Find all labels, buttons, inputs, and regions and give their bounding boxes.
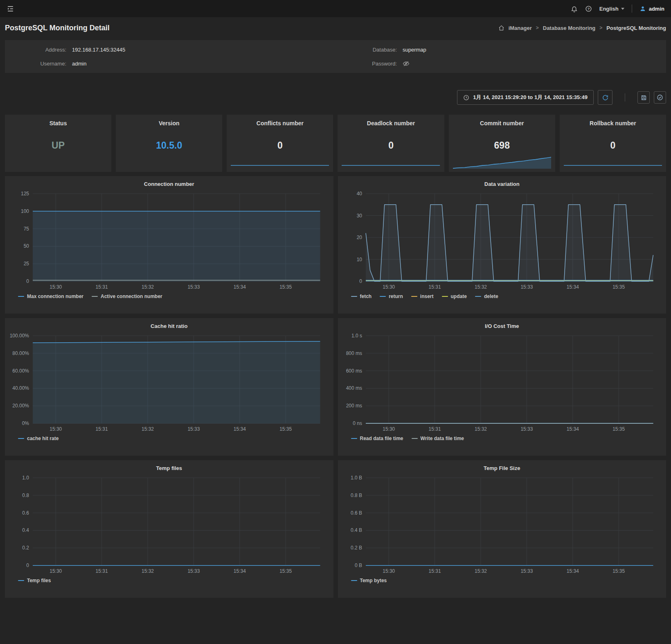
save-disk-icon xyxy=(641,95,647,101)
stat-sparkline xyxy=(564,156,662,169)
svg-text:100: 100 xyxy=(21,208,29,214)
svg-text:15:30: 15:30 xyxy=(50,284,62,290)
chart-title: Connection number xyxy=(5,181,333,187)
chevron-down-icon xyxy=(621,8,624,10)
chart-temp-file-size: Temp File Size 0 B0.2 B0.4 B0.6 B0.8 B1.… xyxy=(338,460,666,598)
notifications-bell-icon[interactable] xyxy=(571,5,578,12)
page-title: PostgreSQL Monitoring Detail xyxy=(5,24,110,32)
svg-text:20.00%: 20.00% xyxy=(12,403,29,409)
svg-text:200 ms: 200 ms xyxy=(346,403,362,409)
svg-text:25: 25 xyxy=(24,261,29,267)
legend-label: cache hit rate xyxy=(27,436,59,441)
time-toolbar: 1月 14, 2021 15:29:20 to 1月 14, 2021 15:3… xyxy=(5,90,666,105)
legend-item[interactable]: insert xyxy=(411,294,434,299)
database-label: Database: xyxy=(336,47,397,53)
legend-item[interactable]: return xyxy=(380,294,403,299)
legend-swatch xyxy=(351,438,357,439)
chart-connection-number: Connection number 025507510012515:3015:3… xyxy=(5,176,333,314)
chart-plot-area[interactable]: 0%20.00%40.00%60.00%80.00%100.00%15:3015… xyxy=(5,332,333,435)
svg-text:75: 75 xyxy=(24,226,29,232)
user-menu[interactable]: admin xyxy=(639,5,664,12)
clock-icon xyxy=(463,95,469,101)
svg-text:15:32: 15:32 xyxy=(475,568,487,574)
chart-title: I/O Cost Time xyxy=(338,323,666,329)
svg-text:15:31: 15:31 xyxy=(96,284,108,290)
legend-label: return xyxy=(389,294,403,299)
svg-text:20: 20 xyxy=(356,235,362,240)
legend-item[interactable]: Write data file time xyxy=(412,436,464,441)
legend-item[interactable]: cache hit rate xyxy=(18,436,59,441)
svg-text:0.2 B: 0.2 B xyxy=(351,545,362,551)
legend-swatch xyxy=(380,296,386,297)
chart-plot-area[interactable]: 0 ns200 ms400 ms600 ms800 ms1.0 s15:3015… xyxy=(338,332,666,435)
svg-text:15:30: 15:30 xyxy=(50,568,62,574)
chart-temp-files: Temp files 00.20.40.60.81.015:3015:3115:… xyxy=(5,460,333,598)
username-label: admin xyxy=(649,6,664,12)
stat-card-rollback: Rollback number 0 xyxy=(560,115,666,172)
svg-text:40.00%: 40.00% xyxy=(12,385,29,391)
username-value: admin xyxy=(72,61,86,67)
breadcrumb-imanager[interactable]: iManager xyxy=(509,25,532,31)
legend-item[interactable]: update xyxy=(442,294,467,299)
legend-label: Write data file time xyxy=(421,436,464,441)
svg-text:15:33: 15:33 xyxy=(187,426,200,432)
chart-legend: Temp bytes xyxy=(338,578,666,583)
breadcrumb-database-monitoring[interactable]: Database Monitoring xyxy=(543,25,596,31)
legend-swatch xyxy=(351,296,357,297)
svg-text:125: 125 xyxy=(21,191,29,197)
svg-text:15:35: 15:35 xyxy=(279,568,292,574)
chart-cache-hit-ratio: Cache hit ratio 0%20.00%40.00%60.00%80.0… xyxy=(5,318,333,456)
chart-plot-area[interactable]: 00.20.40.60.81.015:3015:3115:3215:3315:3… xyxy=(5,474,333,577)
svg-text:15:32: 15:32 xyxy=(142,426,154,432)
sidebar-toggle-icon[interactable] xyxy=(7,5,14,13)
svg-text:15:35: 15:35 xyxy=(612,284,625,290)
legend-label: Max connection number xyxy=(27,294,83,299)
chart-legend: Read data file timeWrite data file time xyxy=(338,436,666,441)
svg-text:15:34: 15:34 xyxy=(234,284,246,290)
svg-text:15:33: 15:33 xyxy=(187,284,200,290)
legend-swatch xyxy=(18,438,24,439)
legend-item[interactable]: Max connection number xyxy=(18,294,83,299)
chart-plot-area[interactable]: 0 B0.2 B0.4 B0.6 B0.8 B1.0 B15:3015:3115… xyxy=(338,474,666,577)
svg-text:15:34: 15:34 xyxy=(566,426,579,432)
connection-info-panel: Address: 192.168.17.145:32445 Database: … xyxy=(5,40,666,73)
page-header: PostgreSQL Monitoring Detail iManager > … xyxy=(0,17,671,38)
legend-swatch xyxy=(412,438,418,439)
legend-item[interactable]: fetch xyxy=(351,294,372,299)
svg-text:15:35: 15:35 xyxy=(279,426,292,432)
apply-button[interactable] xyxy=(654,91,666,104)
address-label: Address: xyxy=(5,47,66,53)
password-label: Password: xyxy=(336,61,397,67)
refresh-button[interactable] xyxy=(598,90,612,105)
help-icon[interactable]: ? xyxy=(585,5,592,12)
stat-label: Commit number xyxy=(480,120,524,127)
chart-legend: Temp files xyxy=(5,578,333,583)
legend-item[interactable]: Active connection number xyxy=(92,294,162,299)
svg-text:600 ms: 600 ms xyxy=(346,368,362,374)
legend-item[interactable]: Read data file time xyxy=(351,436,403,441)
legend-item[interactable]: Temp bytes xyxy=(351,578,387,583)
legend-label: delete xyxy=(484,294,498,299)
svg-text:0 B: 0 B xyxy=(355,563,362,568)
language-selector[interactable]: English xyxy=(599,6,624,12)
legend-item[interactable]: Temp files xyxy=(18,578,51,583)
user-icon xyxy=(639,5,646,12)
breadcrumb: iManager > Database Monitoring > Postgre… xyxy=(498,25,666,31)
time-range-picker[interactable]: 1月 14, 2021 15:29:20 to 1月 14, 2021 15:3… xyxy=(457,90,594,105)
password-reveal-eye-icon[interactable] xyxy=(403,60,410,67)
legend-item[interactable]: delete xyxy=(475,294,498,299)
legend-swatch xyxy=(411,296,417,297)
stat-card-status: Status UP xyxy=(5,115,111,172)
legend-swatch xyxy=(351,580,357,581)
chart-plot-area[interactable]: 025507510012515:3015:3115:3215:3315:3415… xyxy=(5,190,333,293)
svg-text:15:31: 15:31 xyxy=(428,284,441,290)
breadcrumb-postgresql-monitoring: PostgreSQL Monitoring xyxy=(606,25,666,31)
svg-text:15:35: 15:35 xyxy=(612,426,625,432)
stat-sparkline xyxy=(120,156,218,169)
save-button[interactable] xyxy=(637,91,650,104)
home-icon[interactable] xyxy=(498,25,504,31)
toolbar-divider xyxy=(625,93,625,102)
svg-text:15:30: 15:30 xyxy=(383,284,395,290)
stat-sparkline xyxy=(9,156,107,169)
chart-plot-area[interactable]: 01020304015:3015:3115:3215:3315:3415:35 xyxy=(338,190,666,293)
